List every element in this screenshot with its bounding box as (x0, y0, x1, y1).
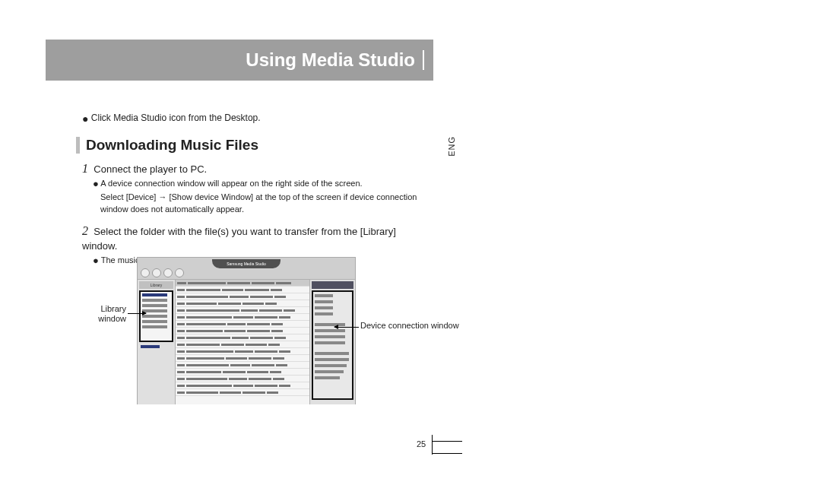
page-number: 25 (417, 439, 426, 449)
bullet-icon: ● (82, 113, 88, 125)
header-separator (423, 50, 424, 70)
arrow-right-icon (128, 313, 146, 314)
callout-library: Library window (88, 304, 126, 324)
app-screenshot: Samsung Media Studio Library (137, 257, 356, 404)
toolbar-buttons (141, 268, 184, 277)
bullet-icon: ● (93, 178, 99, 189)
footer-divider (432, 435, 433, 455)
callout-device: Device connection window (360, 321, 459, 331)
device-panel (309, 280, 355, 404)
step-1-sub: ● A device connection window will appear… (93, 177, 432, 216)
library-tree-highlight (139, 290, 173, 342)
sub-text: Select [Device] → [Show device Window] a… (100, 192, 432, 216)
app-toolbar: Samsung Media Studio (138, 258, 355, 280)
sub-text: A device connection window will appear o… (100, 179, 362, 189)
step-number: 1 (82, 162, 88, 175)
step-text: Connect the player to PC. (94, 163, 207, 175)
intro-bullet: ● Click Media Studio icon from the Deskt… (82, 113, 261, 123)
library-panel: Library (138, 280, 176, 404)
chapter-title: Using Media Studio (246, 49, 415, 71)
language-tab: ENG (447, 136, 456, 157)
device-tree-highlight (312, 290, 353, 400)
step-1: 1 Connect the player to PC. ● A device c… (82, 160, 432, 216)
intro-text: Click Media Studio icon from the Desktop… (91, 113, 261, 123)
bullet-icon: ● (93, 255, 99, 266)
step-text: Select the folder with the file(s) you w… (82, 226, 396, 252)
step-number: 2 (82, 224, 88, 237)
footer-rule (432, 441, 462, 442)
app-title-badge: Samsung Media Studio (212, 259, 281, 268)
footer-rule (432, 453, 462, 454)
section-title: Downloading Music Files (86, 137, 258, 154)
chapter-header: Using Media Studio (46, 40, 433, 81)
device-header (312, 281, 353, 289)
file-list-panel (176, 280, 309, 404)
library-header: Library (139, 281, 173, 289)
section-bar-icon (76, 137, 80, 154)
arrow-left-icon (334, 327, 359, 328)
section-heading: Downloading Music Files (76, 137, 258, 154)
